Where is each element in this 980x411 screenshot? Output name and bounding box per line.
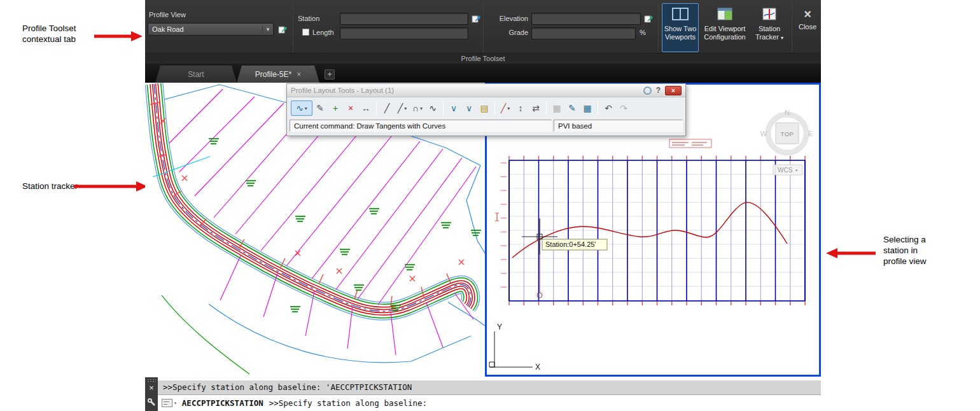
- dropdown-arrow-icon: ▾: [507, 106, 510, 111]
- civil3d-window: Profile View Oak Road ▾ Station Length E…: [145, 0, 821, 411]
- tab-profile-5e-label: Profile-5E*: [255, 70, 291, 79]
- palette-close-button[interactable]: ×: [665, 86, 682, 95]
- viewport-configuration-icon: [717, 7, 733, 23]
- transparent-line-tool[interactable]: ╱▾: [498, 101, 513, 116]
- edit-viewport-configuration-label: Edit Viewport Configuration: [702, 25, 748, 41]
- command-history-line[interactable]: >>Specify station along baseline: 'AECCP…: [145, 380, 821, 394]
- transparent-line-icon: ╱: [501, 103, 506, 113]
- show-two-viewports-label: Show Two Viewports: [662, 25, 698, 41]
- customize-wrench-icon[interactable]: [147, 398, 156, 409]
- station-tracker-button[interactable]: Station Tracker ▾: [750, 3, 788, 52]
- command-prompt-line[interactable]: ▾ AECCPTPICKSTATION >>Specify station al…: [145, 394, 821, 411]
- raise-lower-pvi-icon: ↕: [519, 103, 523, 113]
- dropdown-arrow-icon: ▾: [420, 106, 423, 111]
- insert-pvi-tool[interactable]: +: [328, 101, 343, 116]
- command-history-close-button[interactable]: ×: [145, 382, 158, 394]
- drawing-tab-bar: Start Profile-5E* × +: [145, 64, 821, 83]
- insert-pvi-icon: +: [333, 103, 338, 113]
- delete-pvi-tool[interactable]: ×: [343, 101, 358, 116]
- palette-pin-icon[interactable]: [643, 87, 652, 95]
- palette-title-bar[interactable]: Profile Layout Tools - Layout (1) ? ×: [287, 84, 685, 97]
- elevation-ticks-left: [501, 163, 507, 287]
- redo-icon: ↷: [620, 103, 627, 113]
- active-command-name: AECCPTPICKSTATION: [182, 398, 263, 408]
- ucs-icon: Y X: [489, 323, 540, 372]
- profile-view-title-label: [669, 139, 711, 148]
- pvi-mode-status: PVI based: [554, 120, 683, 132]
- free-vertical-curve-tool[interactable]: ∨: [461, 101, 477, 116]
- profile-grid-view-tool[interactable]: ▦: [549, 101, 564, 116]
- move-pvi-tool[interactable]: ↔: [358, 101, 374, 116]
- select-profile-view-icon[interactable]: [278, 25, 288, 34]
- length-label: Length: [312, 29, 334, 37]
- redo-tool[interactable]: ↷: [616, 101, 631, 116]
- edit-viewport-configuration-button[interactable]: Edit Viewport Configuration: [701, 3, 748, 52]
- draw-tangents-with-curves-tool[interactable]: ∿▾: [291, 101, 312, 116]
- station-input[interactable]: [340, 13, 468, 25]
- free-curve-best-fit-tool[interactable]: ∿: [425, 101, 440, 116]
- ribbon-separator: [658, 3, 659, 52]
- insert-pvis-tabular-tool[interactable]: ✎: [312, 101, 328, 116]
- length-checkbox[interactable]: [302, 29, 309, 36]
- svg-text:Station:0+54.25': Station:0+54.25': [545, 240, 596, 248]
- drag-grip-icon[interactable]: [147, 379, 156, 382]
- viewcube-north[interactable]: N: [785, 109, 790, 116]
- fixed-curve-tool[interactable]: ∩▾: [410, 101, 425, 116]
- command-line-side-strip: ×: [145, 377, 158, 411]
- palette-help-icon[interactable]: ?: [656, 86, 661, 95]
- viewcube-west[interactable]: W: [760, 130, 767, 137]
- viewcube[interactable]: N W E TOP: [760, 109, 813, 153]
- tab-close-icon[interactable]: ×: [297, 70, 301, 79]
- tab-profile-5e[interactable]: Profile-5E* ×: [237, 66, 319, 83]
- show-two-viewports-button[interactable]: Show Two Viewports: [662, 3, 699, 52]
- undo-tool[interactable]: ↶: [601, 101, 616, 116]
- fixed-tangent-two-points-tool[interactable]: ╱: [379, 101, 395, 116]
- pick-elevation-icon[interactable]: [644, 14, 654, 24]
- curve-from-file-tool[interactable]: ▤: [477, 101, 492, 116]
- chevron-down-icon[interactable]: ▾: [781, 35, 783, 41]
- palette-title: Profile Layout Tools - Layout (1): [291, 87, 643, 94]
- float-tangent-tool[interactable]: ╱▾: [395, 101, 410, 116]
- close-button[interactable]: × Close: [795, 3, 820, 52]
- undo-icon: ↶: [605, 103, 612, 113]
- curve-from-file-icon: ▤: [480, 103, 488, 113]
- tab-start[interactable]: Start: [155, 66, 237, 83]
- profile-grid-view-icon: ▦: [552, 103, 561, 113]
- station-tracker-icon: [762, 7, 777, 23]
- viewcube-east[interactable]: E: [808, 130, 813, 137]
- draw-tangents-with-curves-icon: ∿: [296, 103, 304, 113]
- profile-layout-parameters-tool[interactable]: ✎: [564, 101, 580, 116]
- left-edge-marker: [495, 213, 499, 221]
- copy-profile-icon: ⇄: [532, 103, 540, 113]
- fixed-tangent-two-points-icon: ╱: [384, 103, 389, 113]
- station-tracker-label: Station Tracker ▾: [751, 25, 788, 42]
- raise-lower-pvi-tool[interactable]: ↕: [513, 101, 528, 116]
- chevron-down-icon[interactable]: ▾: [262, 26, 273, 32]
- station-ticks-bottom: [509, 302, 805, 305]
- elevation-input[interactable]: [531, 13, 641, 25]
- elevation-label: Elevation: [493, 15, 528, 23]
- tab-start-label: Start: [188, 70, 204, 79]
- new-tab-button[interactable]: +: [325, 69, 335, 80]
- copy-profile-tool[interactable]: ⇄: [528, 101, 543, 116]
- free-vertical-curve-icon: ∨: [466, 103, 472, 113]
- recent-commands-icon[interactable]: ▾: [162, 399, 177, 407]
- profile-view-dropdown[interactable]: Oak Road ▾: [148, 23, 274, 36]
- wcs-control[interactable]: WCS ▾: [773, 165, 802, 175]
- length-input[interactable]: [340, 27, 468, 39]
- grade-input[interactable]: [531, 27, 636, 39]
- insert-pvis-tabular-icon: ✎: [316, 103, 324, 113]
- screenshot-page: Profile Toolset contextual tab Station t…: [0, 0, 980, 411]
- profile-settings-table-tool[interactable]: ▦: [580, 101, 595, 116]
- command-prompt-text: >>Specify station along baseline:: [269, 398, 427, 408]
- contour-line: [162, 295, 249, 374]
- current-command-status: Current command: Draw Tangents with Curv…: [290, 120, 552, 132]
- pick-station-icon[interactable]: [472, 14, 481, 24]
- profile-view-value: Oak Road: [148, 25, 262, 33]
- profile-view-label: Profile View: [149, 11, 186, 19]
- chevron-down-icon: ▾: [795, 168, 798, 172]
- move-pvi-icon: ↔: [361, 103, 370, 113]
- fixed-vertical-curve-tool[interactable]: ∨: [446, 101, 461, 116]
- percent-label: %: [640, 29, 646, 37]
- palette-toolbar: ∿▾✎+×↔╱╱▾∩▾∿∨∨▤╱▾↕⇄▦✎▦↶↷: [287, 97, 685, 119]
